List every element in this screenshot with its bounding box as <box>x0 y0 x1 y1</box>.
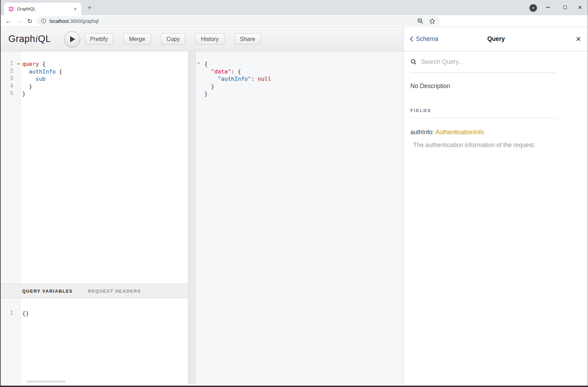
code-line: } <box>22 83 188 91</box>
code-line: query { <box>22 60 188 68</box>
fold-arrow-icon[interactable]: ▾ <box>17 61 19 67</box>
code-line: {} <box>22 310 188 317</box>
search-icon <box>410 59 417 65</box>
copy-button[interactable]: Copy <box>161 33 186 45</box>
new-tab-button[interactable]: + <box>85 3 94 12</box>
gutter-line: 5 <box>1 90 20 98</box>
code-line: "authInfo": null <box>204 75 403 83</box>
execute-query-button[interactable] <box>64 31 80 47</box>
gutter-line: 4 <box>1 83 20 91</box>
code-line: } <box>204 83 403 91</box>
horizontal-scrollbar[interactable] <box>27 380 66 383</box>
doc-field-row: authInfo: AuthenticationInfo <box>410 129 582 136</box>
tab-request-headers[interactable]: REQUEST HEADERS <box>88 289 141 294</box>
tab-search-button[interactable]: ▾ <box>529 4 537 12</box>
fields-list: authInfo: AuthenticationInfoThe authenti… <box>410 129 582 149</box>
doc-back-link[interactable]: Schema <box>410 27 438 51</box>
address-bar[interactable]: localhost:3000/graphql <box>37 16 440 26</box>
graphiql-toolbar: GraphiQL PrettifyMergeCopyHistoryShare <box>1 27 403 51</box>
query-editor[interactable]: 1▾2345 query { authInfo { sub }} <box>1 51 188 284</box>
tab-close-icon[interactable]: × <box>72 6 78 12</box>
type-description: No Description <box>410 83 582 90</box>
code-line: authInfo { <box>22 68 188 76</box>
doc-close-icon[interactable]: × <box>576 27 581 51</box>
url-text: localhost:3000/graphql <box>50 18 99 24</box>
query-editor-gutter: 1▾2345 <box>1 51 20 284</box>
browser-toolbar: ← → ↻ localhost:3000/graphql <box>1 15 588 27</box>
browser-window: GraphiQL × + ▾ × ← → ↻ localhost:3000/gr… <box>0 0 588 387</box>
merge-button[interactable]: Merge <box>123 33 151 45</box>
prettify-button[interactable]: Prettify <box>85 33 113 45</box>
chevron-left-icon <box>410 36 413 42</box>
history-button[interactable]: History <box>195 33 224 45</box>
field-type-link[interactable]: AuthenticationInfo <box>435 129 484 136</box>
gutter-line: 2 <box>1 68 20 76</box>
gutter-line: 3 <box>1 75 20 83</box>
gutter-line: 1 <box>1 310 20 317</box>
bookmark-star-icon[interactable] <box>429 18 436 25</box>
code-line: } <box>204 90 403 98</box>
result-viewer[interactable]: ▾ { "data": { "authInfo": null }} <box>196 51 403 384</box>
field-separator: : <box>432 129 435 136</box>
code-line: } <box>22 90 188 98</box>
variables-editor-gutter: 1 <box>1 298 20 384</box>
doc-explorer-header: Schema Query × <box>403 27 588 51</box>
query-editor-code[interactable]: query { authInfo { sub }} <box>20 51 188 284</box>
variables-editor[interactable]: 1 {} <box>1 298 188 384</box>
gutter-line: 1▾ <box>1 60 20 68</box>
tab-query-variables[interactable]: QUERY VARIABLES <box>22 289 73 294</box>
pane-resize-handle[interactable] <box>188 51 196 384</box>
window-maximize-button[interactable] <box>559 0 571 15</box>
code-line: sub <box>22 75 188 83</box>
doc-explorer: Schema Query × No Description FIELDS aut… <box>403 27 588 384</box>
code-line: "data": { <box>204 68 403 76</box>
field-description: The authentication information of the re… <box>410 141 582 149</box>
share-button[interactable]: Share <box>235 33 261 45</box>
window-minimize-button[interactable] <box>542 0 554 15</box>
browser-tab-graphiql[interactable]: GraphiQL × <box>4 3 81 15</box>
site-info-icon[interactable] <box>41 18 46 24</box>
doc-explorer-body: No Description FIELDS authInfo: Authenti… <box>403 83 588 149</box>
variables-tab-bar: QUERY VARIABLESREQUEST HEADERS <box>1 284 188 298</box>
zoom-page-icon[interactable] <box>417 17 424 25</box>
back-icon[interactable]: ← <box>3 15 13 27</box>
fields-category-title: FIELDS <box>410 108 557 118</box>
variables-editor-code[interactable]: {} <box>20 298 188 384</box>
window-close-button[interactable]: × <box>574 0 586 15</box>
doc-search-input[interactable] <box>420 58 556 66</box>
graphiql-logo: GraphiQL <box>8 34 51 44</box>
code-line: { <box>204 60 403 68</box>
graphiql-toolbar-buttons: PrettifyMergeCopyHistoryShare <box>85 33 261 45</box>
graphql-favicon-icon <box>8 6 14 12</box>
play-icon <box>70 36 75 42</box>
reload-icon[interactable]: ↻ <box>25 15 35 27</box>
result-fold-icon[interactable]: ▾ <box>198 61 200 66</box>
result-viewer-code: { "data": { "authInfo": null }} <box>196 51 403 98</box>
forward-icon: → <box>15 15 24 27</box>
tab-title: GraphiQL <box>17 7 72 11</box>
tab-strip: GraphiQL × + ▾ × <box>1 0 588 15</box>
doc-search <box>410 51 556 73</box>
field-name-link[interactable]: authInfo <box>410 129 432 136</box>
